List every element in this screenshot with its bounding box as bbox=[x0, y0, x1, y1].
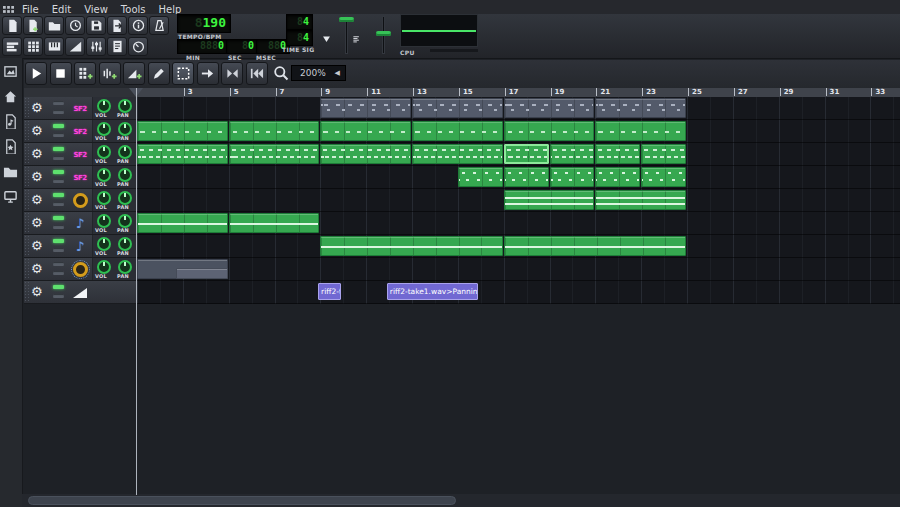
add-automation-track-button[interactable] bbox=[123, 62, 145, 85]
edit-mode-button[interactable] bbox=[172, 62, 194, 85]
track-drag-handle[interactable] bbox=[24, 120, 30, 142]
pattern-segment[interactable] bbox=[504, 144, 549, 164]
horizontal-scrollbar[interactable] bbox=[22, 494, 900, 507]
pattern-segment[interactable] bbox=[137, 213, 228, 233]
track-actions-button[interactable]: ⚙ bbox=[31, 283, 43, 301]
pattern-segment[interactable] bbox=[137, 121, 228, 141]
volume-knob[interactable] bbox=[97, 237, 111, 251]
sidebar-computer-button[interactable] bbox=[3, 189, 19, 205]
track-lane[interactable] bbox=[137, 166, 900, 189]
pan-knob[interactable] bbox=[118, 214, 132, 228]
sidebar-presets-button[interactable] bbox=[3, 139, 19, 155]
track-solo-led[interactable] bbox=[53, 202, 64, 206]
track-drag-handle[interactable] bbox=[24, 97, 30, 119]
pattern-segment[interactable] bbox=[229, 121, 320, 141]
pattern-segment[interactable] bbox=[595, 98, 686, 118]
tempo-display[interactable]: 8190 bbox=[177, 14, 231, 33]
new-from-template-button[interactable] bbox=[23, 16, 43, 35]
pattern-segment[interactable] bbox=[550, 167, 595, 187]
pan-knob[interactable] bbox=[118, 191, 132, 205]
about-button[interactable] bbox=[128, 16, 148, 35]
track-lane[interactable] bbox=[137, 189, 900, 212]
track-actions-button[interactable]: ⚙ bbox=[31, 99, 43, 117]
timesig-numerator[interactable]: 84 bbox=[286, 14, 313, 30]
volume-knob[interactable] bbox=[97, 99, 111, 113]
zoom-decrease-arrow[interactable]: ◀ bbox=[335, 66, 340, 81]
pattern-segment[interactable] bbox=[595, 190, 686, 210]
zoom-level-control[interactable]: 200% ◀ bbox=[291, 65, 346, 81]
track-solo-led[interactable] bbox=[53, 248, 64, 252]
export-project-button[interactable] bbox=[107, 16, 127, 35]
track-solo-led[interactable] bbox=[53, 271, 64, 275]
pattern-segment[interactable] bbox=[504, 167, 549, 187]
pattern-segment[interactable] bbox=[504, 236, 686, 256]
track-drag-handle[interactable] bbox=[24, 143, 30, 165]
end-markers-button[interactable] bbox=[221, 62, 243, 85]
fx-mixer-button[interactable] bbox=[65, 37, 85, 56]
pan-knob[interactable] bbox=[118, 99, 132, 113]
track-instrument-button[interactable] bbox=[70, 281, 90, 304]
sidebar-home-button[interactable] bbox=[3, 89, 19, 105]
track-instrument-button[interactable]: SF2 bbox=[70, 143, 90, 166]
track-mute-led[interactable] bbox=[53, 124, 64, 128]
track-mute-led[interactable] bbox=[53, 147, 64, 151]
track-instrument-button[interactable] bbox=[70, 189, 90, 212]
track-drag-handle[interactable] bbox=[24, 212, 30, 234]
stop-button[interactable] bbox=[50, 62, 72, 85]
volume-knob[interactable] bbox=[97, 260, 111, 274]
pan-knob[interactable] bbox=[118, 260, 132, 274]
pattern-segment[interactable] bbox=[320, 98, 411, 118]
pattern-segment[interactable] bbox=[550, 144, 595, 164]
pattern-segment[interactable] bbox=[412, 144, 503, 164]
track-actions-button[interactable]: ⚙ bbox=[31, 168, 43, 186]
track-instrument-button[interactable] bbox=[70, 258, 90, 281]
pattern-segment[interactable] bbox=[595, 167, 640, 187]
track-solo-led[interactable] bbox=[53, 179, 64, 183]
track-mute-led[interactable] bbox=[53, 262, 64, 266]
track-mute-led[interactable] bbox=[53, 170, 64, 174]
track-instrument-button[interactable]: ♪ bbox=[70, 212, 90, 235]
track-instrument-button[interactable]: ♪ bbox=[70, 235, 90, 258]
metronome-button[interactable] bbox=[149, 16, 169, 35]
volume-knob[interactable] bbox=[97, 168, 111, 182]
timesig-denominator[interactable]: 84 bbox=[286, 30, 313, 46]
track-instrument-button[interactable]: SF2 bbox=[70, 97, 90, 120]
track-solo-led[interactable] bbox=[53, 294, 64, 298]
song-grid[interactable]: riff2-triff2-take1.wav>Panning bbox=[137, 97, 900, 304]
song-editor-button[interactable] bbox=[2, 37, 22, 56]
pan-knob[interactable] bbox=[118, 237, 132, 251]
track-mute-led[interactable] bbox=[53, 285, 64, 289]
pattern-segment[interactable] bbox=[641, 167, 686, 187]
track-drag-handle[interactable] bbox=[24, 281, 30, 303]
pattern-segment[interactable] bbox=[641, 144, 686, 164]
pan-knob[interactable] bbox=[118, 145, 132, 159]
track-actions-button[interactable]: ⚙ bbox=[31, 214, 43, 232]
track-lane[interactable] bbox=[137, 120, 900, 143]
pattern-segment[interactable] bbox=[320, 144, 411, 164]
track-instrument-button[interactable]: SF2 bbox=[70, 120, 90, 143]
track-mute-led[interactable] bbox=[53, 101, 64, 105]
track-solo-led[interactable] bbox=[53, 110, 64, 114]
track-actions-button[interactable]: ⚙ bbox=[31, 191, 43, 209]
master-volume-handle[interactable] bbox=[339, 17, 354, 22]
track-drag-handle[interactable] bbox=[24, 189, 30, 211]
track-lane[interactable] bbox=[137, 258, 900, 281]
track-drag-handle[interactable] bbox=[24, 258, 30, 280]
track-lane[interactable]: riff2-triff2-take1.wav>Panning bbox=[137, 281, 900, 304]
follow-button[interactable] bbox=[197, 62, 219, 85]
save-project-button[interactable] bbox=[86, 16, 106, 35]
pattern-segment[interactable] bbox=[595, 144, 640, 164]
add-bb-track-button[interactable] bbox=[74, 62, 96, 85]
automation-dial-button[interactable] bbox=[128, 37, 148, 56]
track-solo-led[interactable] bbox=[53, 133, 64, 137]
track-actions-button[interactable]: ⚙ bbox=[31, 237, 43, 255]
sidebar-instruments-button[interactable] bbox=[3, 64, 19, 80]
sample-segment[interactable]: riff2-t bbox=[318, 283, 341, 300]
pattern-segment[interactable] bbox=[137, 144, 228, 164]
bb-editor-button[interactable] bbox=[23, 37, 43, 56]
sidebar-home-folder-button[interactable] bbox=[3, 164, 19, 180]
master-pitch-handle[interactable] bbox=[376, 31, 391, 36]
track-mute-led[interactable] bbox=[53, 216, 64, 220]
pan-knob[interactable] bbox=[118, 168, 132, 182]
volume-knob[interactable] bbox=[97, 191, 111, 205]
